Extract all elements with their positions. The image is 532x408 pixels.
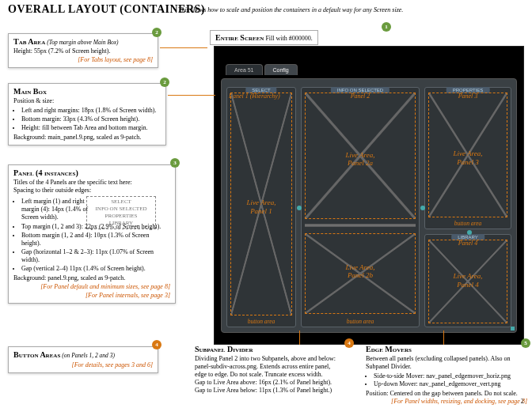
callout-title: Entire Screen [215, 33, 264, 42]
leader-line [168, 95, 215, 96]
edge-mover-horizontal-icon[interactable] [420, 206, 425, 210]
panel-1-live-label: Live Area,Panel 1 [247, 198, 276, 216]
badge-2b: 2 [160, 77, 169, 87]
callout-title: Panel (4 instances) [13, 168, 78, 177]
callout-line: Height: 55px (7.2% of Screen height). [13, 47, 153, 55]
callout-ref: [For Panel default and minimum sizes, se… [13, 283, 170, 291]
callout-bullet: Height: fill between Tab Area and bottom… [21, 124, 161, 132]
callout-panel: Panel (4 instances) Titles of the 4 Pane… [8, 164, 176, 304]
badge-4b: 4 [344, 338, 354, 348]
panel-3: PROPERTIES Panel 3 Live Area,Panel 3 but… [424, 87, 511, 229]
callout-title: Edge Movers [366, 345, 412, 353]
callout-line: Between all panels (excluding collapsed … [366, 355, 527, 371]
callout-bullet: Left margin (1) and right margin (4): 14… [21, 198, 89, 221]
callout-line: Spacing to their outside edges: [13, 187, 170, 195]
callout-ref: [For Panel internals, see page 3] [13, 292, 170, 300]
panel-2b-live-label: Live Area,Panel 2b [346, 263, 375, 281]
panel-2: INFO ON SELECTED Panel 2 Live Area,Panel… [301, 87, 420, 327]
subpanel-divider[interactable] [305, 224, 416, 227]
badge-2a: 2 [152, 28, 162, 37]
panel-4-live-label: Live Area,Panel 4 [454, 272, 483, 289]
callout-line: Background: main_panel.9.png, scaled as … [13, 134, 161, 142]
callout-extra: (Top margin above Main Box) [47, 39, 118, 46]
callout-title: Tab Area [13, 37, 45, 46]
panel-2a-live-label: Live Area,Panel 2a [346, 151, 375, 168]
panel-2-button-area: button area [347, 318, 374, 325]
label: PROPERTIES [90, 213, 152, 220]
edge-mover-vertical-icon[interactable] [467, 230, 472, 235]
page-subtitle: This shows how to scale and position the… [178, 6, 403, 13]
tab-config[interactable]: Config [264, 64, 298, 75]
callout-bullet: Left and right margins: 18px (1.8% of Sc… [21, 107, 161, 115]
page-number: 2 [521, 397, 525, 405]
callout-bullet: Gap (horizontal 1–2 & 2–3): 11px (1.07% … [21, 248, 170, 264]
callout-bullet: Bottom margin (1, 2 and 4): 10px (1.3% o… [21, 232, 170, 247]
callout-bullet: Up-down Mover: nav_panel_edgemover_vert.… [374, 380, 527, 388]
badge-3: 3 [170, 158, 180, 168]
callout-ref: [For Panel widths, resizing, and docking… [366, 398, 527, 406]
callout-entire-screen: Entire Screen Fill with #000000. [210, 30, 318, 45]
panel-1-button-area: button area [248, 318, 276, 325]
callout-line: Gap to Live Area above: 16px (2.1% of Pa… [195, 379, 359, 387]
main-box: SELECT Panel 1 (Hierarchy) Live Area,Pan… [221, 78, 517, 333]
callout-ref: [For Tabs layout, see page 8] [13, 56, 153, 64]
callout-line: edge to edge. Do not scale. Truncate exc… [195, 371, 359, 379]
callout-line: panel-subdiv-across.png. Extends across … [195, 363, 359, 371]
callout-title: Subpanel Divider [195, 345, 253, 353]
callout-button-areas: Button Areas (on Panels 1, 2 and 3) [For… [8, 346, 158, 373]
callout-main-box: Main Box Position & size: Left and right… [8, 83, 166, 145]
callout-line: Position: Centered on the gap between pa… [366, 390, 527, 398]
page-title: OVERALL LAYOUT (CONTAINERS) [8, 3, 205, 16]
badge-5: 5 [521, 338, 530, 348]
leader-line [299, 331, 300, 345]
callout-heading: Position & size: [13, 97, 161, 105]
callout-bullet: Top margin (1, 2 and 3): 22px (2.9% of S… [21, 223, 170, 231]
label: SELECT [90, 198, 152, 206]
callout-tab-area: Tab Area (Top margin above Main Box) Hei… [8, 33, 158, 68]
corner-handle-icon[interactable] [511, 327, 515, 331]
callout-edge-movers: Edge Movers Between all panels (excludin… [366, 345, 527, 406]
panel-1: SELECT Panel 1 (Hierarchy) Live Area,Pan… [226, 87, 296, 327]
callout-line: Gap to Live Area below: 11px (1.3% of Pa… [195, 387, 359, 395]
callout-bullet: Gap (vertical 2–4) 11px (1.4% of Screen … [21, 265, 170, 273]
callout-subpanel-divider: Subpanel Divider Dividing Panel 2 into t… [195, 345, 359, 395]
tab-area51[interactable]: Area 51 [226, 64, 263, 75]
callout-title: Main Box [13, 87, 47, 96]
panel-3-live-label: Live Area,Panel 3 [454, 149, 483, 167]
callout-text: Fill with #000000. [265, 35, 312, 42]
edge-mover-horizontal-icon[interactable] [297, 206, 302, 210]
panel-4: LIBRARY Panel 4 Live Area,Panel 4 [424, 234, 511, 327]
callout-line: Background: panel.9.png, scaled as 9-pat… [13, 274, 170, 282]
callout-extra: (on Panels 1, 2 and 3) [62, 352, 115, 359]
callout-title: Button Areas [13, 350, 60, 359]
screen-mockup: Area 51 Config SELECT Panel 1 (Hierarchy… [214, 46, 524, 345]
leader-line [443, 331, 444, 345]
panel-3-button-area: button area [454, 220, 482, 227]
leader-line [160, 47, 207, 48]
callout-line: Titles of the 4 Panels are the specific … [13, 179, 170, 187]
callout-ref: [For details, see pages 3 and 6] [13, 361, 153, 369]
badge-4a: 4 [152, 340, 162, 349]
callout-line: Dividing Panel 2 into two Subpanels, abo… [195, 355, 359, 363]
callout-bullet: Side-to-side Mover: nav_panel_edgemover_… [374, 372, 527, 380]
callout-bullet: Bottom margin: 33px (4.3% of Screen heig… [21, 115, 161, 123]
label: INFO ON SELECTED [90, 206, 152, 213]
badge-1: 1 [382, 22, 391, 32]
tab-bar: Area 51 Config [226, 64, 298, 75]
